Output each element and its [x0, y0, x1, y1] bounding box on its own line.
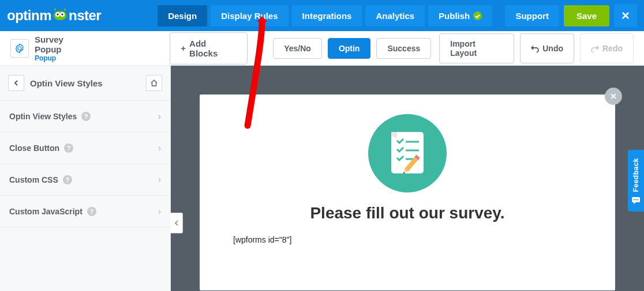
chevron-right-icon: › — [158, 175, 161, 185]
svg-point-19 — [637, 199, 638, 201]
save-button[interactable]: Save — [564, 5, 609, 27]
campaign-title: Survey Popup — [35, 35, 92, 54]
sidebar-home-button[interactable] — [146, 75, 162, 91]
chevron-right-icon: › — [158, 206, 161, 217]
nav-support[interactable]: Support — [505, 5, 559, 27]
redo-label: Redo — [602, 44, 623, 53]
help-icon: ? — [81, 112, 91, 121]
undo-icon — [531, 44, 539, 52]
svg-point-17 — [634, 199, 635, 201]
campaign-settings-button[interactable] — [10, 39, 29, 58]
help-icon: ? — [64, 143, 73, 153]
close-editor-button[interactable] — [614, 4, 637, 27]
chevron-left-icon — [174, 220, 179, 226]
svg-point-18 — [635, 199, 636, 201]
chevron-right-icon: › — [158, 143, 161, 153]
sidebar-header: Optin View Styles — [0, 66, 170, 101]
popup-content: Please fill out our survey. [wpforms id=… — [216, 113, 599, 244]
nav-publish[interactable]: Publish — [428, 5, 492, 27]
close-icon — [610, 93, 617, 100]
sidebar: Optin View Styles Optin View Styles ? › … — [0, 66, 171, 291]
svg-point-0 — [54, 11, 66, 20]
tab-yes-no[interactable]: Yes/No — [273, 38, 322, 59]
gear-icon — [15, 44, 24, 53]
toolbar-right: Import Layout Undo Redo — [439, 33, 634, 63]
top-bar: optinm nster Design Display Rules Integr… — [0, 0, 644, 31]
svg-point-5 — [473, 12, 482, 20]
chat-icon — [631, 196, 641, 205]
popup-preview[interactable]: Please fill out our survey. [wpforms id=… — [200, 95, 615, 290]
campaign-type: Popup — [35, 54, 92, 62]
feedback-label: Feedback — [632, 158, 640, 192]
chevron-left-icon — [13, 80, 19, 86]
popup-headline: Please fill out our survey. — [310, 204, 504, 222]
sidebar-item-label: Close Button — [9, 143, 59, 153]
nav-integrations[interactable]: Integrations — [292, 5, 362, 27]
redo-button: Redo — [580, 33, 634, 63]
help-icon: ? — [87, 207, 96, 216]
popup-close-button[interactable] — [605, 88, 622, 105]
svg-point-3 — [57, 13, 58, 15]
main: Optin View Styles Optin View Styles ? › … — [0, 66, 644, 291]
tab-optin[interactable]: Optin — [328, 38, 371, 59]
nav-publish-label: Publish — [439, 11, 470, 21]
nav-analytics[interactable]: Analytics — [365, 5, 425, 27]
svg-point-4 — [61, 13, 63, 15]
chevron-right-icon: › — [158, 111, 161, 122]
toolbar: Survey Popup Popup + Add Blocks Yes/No O… — [0, 31, 644, 66]
nav-right: Support Save — [505, 4, 637, 27]
home-icon — [151, 80, 158, 86]
sidebar-item-custom-css[interactable]: Custom CSS ? › — [0, 164, 170, 196]
popup-shortcode: [wpforms id="8"] — [216, 235, 291, 244]
campaign-info: Survey Popup Popup — [10, 35, 92, 62]
add-blocks-label: Add Blocks — [189, 39, 237, 58]
sidebar-item-optin-view-styles[interactable]: Optin View Styles ? › — [0, 101, 170, 133]
main-nav: Design Display Rules Integrations Analyt… — [158, 5, 492, 27]
svg-marker-16 — [634, 202, 636, 204]
sidebar-back-button[interactable] — [8, 75, 24, 91]
logo: optinm nster — [7, 7, 101, 24]
close-icon — [621, 12, 630, 20]
nav-design[interactable]: Design — [158, 5, 207, 27]
help-icon: ? — [63, 175, 72, 184]
collapse-sidebar-button[interactable] — [170, 213, 183, 233]
undo-label: Undo — [542, 44, 563, 53]
undo-button[interactable]: Undo — [520, 33, 574, 63]
sidebar-title: Optin View Styles — [30, 78, 103, 88]
add-blocks-button[interactable]: + Add Blocks — [170, 32, 248, 65]
tab-success[interactable]: Success — [376, 38, 431, 59]
checklist-icon — [367, 113, 448, 194]
import-layout-button[interactable]: Import Layout — [439, 33, 514, 63]
redo-icon — [591, 44, 599, 52]
nav-display-rules[interactable]: Display Rules — [211, 5, 288, 27]
check-circle-icon — [473, 12, 482, 20]
monster-icon — [52, 7, 68, 20]
sidebar-item-label: Custom JavaScript — [9, 207, 83, 216]
sidebar-item-custom-javascript[interactable]: Custom JavaScript ? › — [0, 196, 170, 228]
canvas: Please fill out our survey. [wpforms id=… — [171, 66, 644, 291]
feedback-tab[interactable]: Feedback — [628, 150, 644, 211]
sidebar-item-close-button[interactable]: Close Button ? › — [0, 133, 170, 164]
sidebar-item-label: Custom CSS — [9, 175, 58, 184]
view-tabs: Yes/No Optin Success — [273, 38, 431, 59]
plus-icon: + — [181, 43, 186, 53]
sidebar-item-label: Optin View Styles — [9, 112, 77, 121]
